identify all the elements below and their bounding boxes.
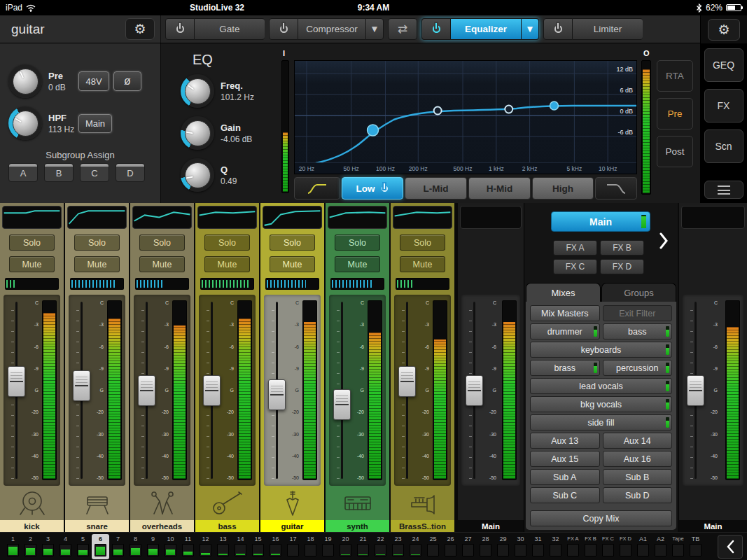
channel-strip-synth[interactable]: Solo Mute C-3-6-9G-20-30-40-50 synth (326, 203, 391, 532)
channel-strip-snare[interactable]: Solo Mute C-3-6-9G-20-30-40-50 snare (65, 203, 130, 532)
groups-tab[interactable]: Groups (601, 283, 676, 302)
mix-button-brass[interactable]: brass (530, 360, 600, 376)
post-button[interactable]: Post (657, 136, 693, 167)
solo-button[interactable]: Solo (335, 234, 380, 251)
fader-handle[interactable] (138, 375, 155, 406)
bottom-channel-22[interactable]: 22 (372, 534, 389, 559)
channel-strip-guitar[interactable]: Solo Mute C-3-6-9G-20-30-40-50 guitar (260, 203, 326, 532)
lpf-band-tab[interactable] (595, 177, 637, 200)
mix-button-sub-b[interactable]: Sub B (603, 469, 673, 485)
bottom-channel-25[interactable]: 25 (424, 534, 442, 559)
mix-button-lead-vocals[interactable]: lead vocals (530, 378, 672, 394)
channel-scribble-display[interactable] (681, 206, 745, 229)
channel-scribble-display[interactable] (132, 206, 192, 229)
mix-button-aux-15[interactable]: Aux 15 (530, 451, 600, 467)
bottom-channel-30[interactable]: 30 (512, 534, 529, 559)
mute-button[interactable]: Mute (9, 256, 55, 272)
solo-button[interactable]: Solo (400, 234, 445, 251)
fader-handle[interactable] (203, 375, 221, 406)
channel-scribble-display[interactable] (67, 206, 127, 229)
bottom-channel-fx-c[interactable]: FX C (599, 534, 617, 559)
hpf-knob[interactable]: HPF 113 Hz (8, 106, 74, 140)
compressor-button[interactable]: Compressor (298, 18, 365, 40)
mix-button-aux-16[interactable]: Aux 16 (603, 451, 673, 467)
bottom-channel-18[interactable]: 18 (302, 534, 319, 559)
mix-button-copy-mix[interactable]: Copy Mix (530, 510, 672, 526)
bottom-channel-16[interactable]: 16 (267, 534, 284, 559)
bottom-channel-21[interactable]: 21 (354, 534, 372, 559)
limiter-power-button[interactable] (543, 18, 573, 40)
mute-button[interactable]: Mute (335, 256, 380, 272)
gate-power-button[interactable] (165, 18, 195, 40)
eq-freq-knob[interactable]: Freq. 101.2 Hz (181, 74, 254, 108)
bottom-channel-23[interactable]: 23 (389, 534, 407, 559)
fader-handle[interactable] (466, 375, 483, 406)
mix-button-bass[interactable]: bass (603, 323, 673, 340)
channel-strip-bass[interactable]: Solo Mute C-3-6-9G-20-30-40-50 bass (195, 203, 260, 532)
bottom-channel-2[interactable]: 2 (22, 534, 39, 559)
channel-scribble-display[interactable] (197, 206, 257, 229)
bottom-channel-fx-b[interactable]: FX B (582, 534, 599, 559)
gate-button[interactable]: Gate (195, 18, 265, 40)
h-mid-band-tab[interactable]: H-Mid (468, 177, 531, 200)
bottom-channel-10[interactable]: 10 (162, 534, 179, 559)
bottom-channel-29[interactable]: 29 (494, 534, 512, 559)
bottom-channel-tape[interactable]: Tape (669, 534, 687, 559)
bottom-channel-17[interactable]: 17 (284, 534, 302, 559)
channel-strip-kick[interactable]: Solo Mute C-3-6-9G-20-30-40-50 kick (0, 203, 65, 532)
fader-handle[interactable] (687, 375, 704, 406)
channel-scribble-display[interactable] (263, 206, 322, 229)
mix-button-keyboards[interactable]: keyboards (530, 342, 672, 358)
channel-strip-brasss-tion[interactable]: Solo Mute C-3-6-9G-20-30-40-50 BrassS..t… (391, 203, 456, 532)
bottom-channel-20[interactable]: 20 (337, 534, 354, 559)
subgroup-a-button[interactable]: A (8, 163, 38, 182)
phantom-power-button[interactable]: 48V (78, 71, 109, 91)
channel-strip-overheads[interactable]: Solo Mute C-3-6-9G-20-30-40-50 overheads (130, 203, 195, 532)
geq-button[interactable]: GEQ (704, 48, 743, 82)
mix-button-aux-14[interactable]: Aux 14 (603, 433, 673, 449)
bottom-channel-a2[interactable]: A2 (652, 534, 669, 559)
mute-button[interactable]: Mute (400, 256, 445, 272)
mixes-tab[interactable]: Mixes (526, 283, 601, 302)
limiter-button[interactable]: Limiter (573, 18, 643, 40)
channel-scribble-display[interactable] (2, 206, 62, 229)
solo-button[interactable]: Solo (74, 234, 120, 251)
mix-button-mix-masters[interactable]: Mix Masters (530, 305, 600, 321)
fader-handle[interactable] (333, 389, 351, 420)
channel-scribble-display[interactable] (460, 206, 522, 229)
fx-a-button[interactable]: FX A (553, 240, 597, 255)
solo-button[interactable]: Solo (139, 234, 185, 251)
equalizer-dropdown-button[interactable]: ▼ (521, 18, 539, 40)
subgroup-d-button[interactable]: D (116, 163, 145, 182)
hpf-band-tab[interactable] (294, 177, 340, 200)
channel-scribble-display[interactable] (393, 206, 452, 229)
global-settings-button[interactable]: ⚙ (708, 19, 740, 41)
l-mid-band-tab[interactable]: L-Mid (405, 177, 467, 200)
high-band-tab[interactable]: High (532, 177, 594, 200)
subgroup-b-button[interactable]: B (44, 163, 74, 182)
bottom-channel-fx-a[interactable]: FX A (564, 534, 582, 559)
channel-scribble-display[interactable] (328, 206, 387, 229)
bottom-channel-27[interactable]: 27 (459, 534, 477, 559)
bottom-channel-14[interactable]: 14 (232, 534, 249, 559)
bottom-channel-a1[interactable]: A1 (634, 534, 652, 559)
mute-button[interactable]: Mute (139, 256, 185, 272)
rta-button[interactable]: RTA (657, 60, 693, 92)
mix-button-percussion[interactable]: percussion (603, 360, 673, 376)
bottom-channel-32[interactable]: 32 (547, 534, 564, 559)
bottom-channel-24[interactable]: 24 (407, 534, 424, 559)
bottom-channel-12[interactable]: 12 (197, 534, 214, 559)
bottom-channel-6[interactable]: 6 (92, 534, 109, 559)
bottom-channel-8[interactable]: 8 (127, 534, 144, 559)
bottom-channel-19[interactable]: 19 (319, 534, 337, 559)
bottom-channel-11[interactable]: 11 (179, 534, 197, 559)
eq-q-knob[interactable]: Q 0.49 (181, 158, 237, 192)
bottom-channel-1[interactable]: 1 (4, 534, 22, 559)
mix-button-side-fill[interactable]: side fill (530, 414, 672, 430)
fader-handle[interactable] (398, 366, 416, 397)
fx-b-button[interactable]: FX B (600, 240, 644, 255)
mix-button-drummer[interactable]: drummer (530, 323, 600, 340)
mute-button[interactable]: Mute (74, 256, 120, 272)
solo-button[interactable]: Solo (9, 234, 55, 251)
mix-button-bkg-vocals[interactable]: bkg vocals (530, 396, 672, 412)
